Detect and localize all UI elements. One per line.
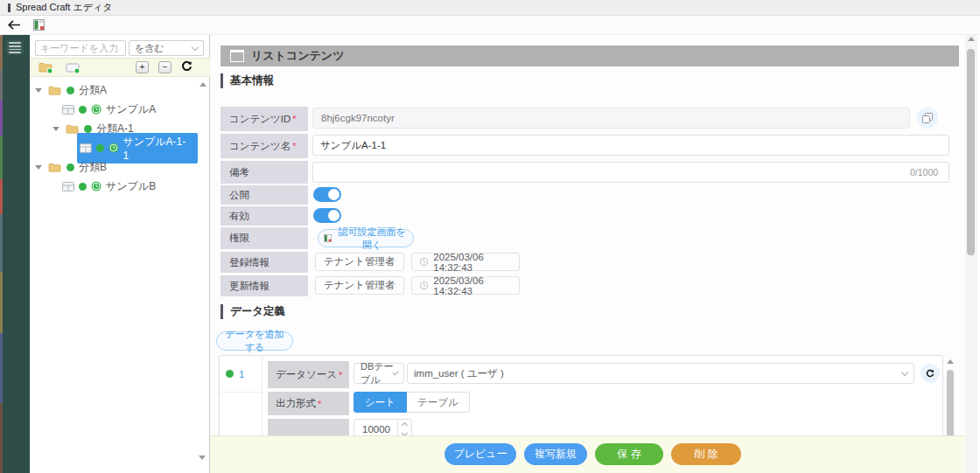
add-folder-button[interactable] xyxy=(38,61,53,73)
footer-buttons: プレビュー複写新規保 存削 除 xyxy=(444,443,741,465)
tree-panel: を含む + − xyxy=(30,35,210,473)
tree-toolbar: + − xyxy=(30,58,210,77)
output-format-segmented: シートテーブル xyxy=(354,392,470,413)
tree-item-label: サンプルA-1-1 xyxy=(122,135,190,162)
enabled-label: 有効 xyxy=(220,206,308,226)
content-name-label: コンテンツ名* xyxy=(220,134,308,158)
permission-label: 権限 xyxy=(220,227,308,249)
basic-section-title: 基本情報 xyxy=(230,73,274,88)
scroll-up-arrow[interactable] xyxy=(947,359,954,364)
folder-icon xyxy=(48,85,62,96)
required-mark: * xyxy=(292,141,296,151)
left-rail xyxy=(0,35,30,473)
status-dot-icon xyxy=(79,106,87,114)
scroll-up-arrow[interactable] xyxy=(968,37,975,41)
match-filter-select[interactable]: を含む xyxy=(129,40,204,56)
tree-item-label: サンプルA xyxy=(106,102,156,117)
titlebar: Spread Craft エディタ xyxy=(0,0,980,16)
refresh-tree-button[interactable] xyxy=(181,60,192,74)
basic-section-header: 基本情報 xyxy=(220,73,274,88)
preview-button[interactable]: プレビュー xyxy=(444,443,516,465)
refresh-icon xyxy=(926,368,934,379)
match-filter-value: を含む xyxy=(135,42,164,55)
required-mark: * xyxy=(318,399,321,409)
tree: 分類AサンプルA分類A-1サンプルA-1-1分類BサンプルB xyxy=(30,80,198,196)
output-format-sheet[interactable]: シート xyxy=(354,392,407,413)
updated-user: テナント管理者 xyxy=(315,276,404,295)
rail-color-strip xyxy=(0,35,3,473)
spreadsheet-app-icon[interactable] xyxy=(33,19,45,31)
scrollbar-thumb[interactable] xyxy=(967,49,975,255)
tree-scrollbar[interactable] xyxy=(198,80,207,465)
status-dot-icon xyxy=(79,183,87,191)
datasource-label: データソース* xyxy=(268,361,349,388)
required-mark: * xyxy=(339,370,342,380)
spreadsheet-app-icon xyxy=(324,233,332,243)
status-dot-icon xyxy=(96,144,104,152)
registered-datetime: 2025/03/06 14:32:43 xyxy=(411,253,520,271)
data-def-section-title: データ定義 xyxy=(230,304,285,319)
updated-info-label: 更新情報 xyxy=(220,275,308,296)
keyword-search-input[interactable] xyxy=(35,40,126,56)
scroll-down-arrow[interactable] xyxy=(199,456,206,460)
status-dot-icon xyxy=(66,163,74,171)
chevron-down-icon xyxy=(192,44,199,51)
page-header: リストコンテンツ xyxy=(220,45,959,66)
tree-item-1[interactable]: サンプルA xyxy=(30,100,198,119)
open-authorization-settings-button[interactable]: 認可設定画面を開く xyxy=(318,229,414,247)
delete-button[interactable]: 削 除 xyxy=(671,443,741,465)
caret-down-icon[interactable] xyxy=(35,165,42,170)
output-format-table[interactable]: テーブル xyxy=(407,392,470,413)
add-content-button[interactable] xyxy=(66,62,80,73)
datasource-type-select[interactable]: DBテーブル xyxy=(354,363,404,384)
collapse-all-button[interactable]: − xyxy=(158,61,172,73)
tree-item-label: サンプルB xyxy=(106,179,156,194)
content-id-value: 8hj6cgk97ncotyr xyxy=(312,108,910,129)
copy-icon xyxy=(922,113,933,123)
copy-new-button[interactable]: 複写新規 xyxy=(524,443,587,465)
copy-id-button[interactable] xyxy=(917,108,938,129)
tree-item-3[interactable]: サンプルA-1-1 xyxy=(30,138,198,157)
section-bar xyxy=(220,73,223,88)
clock-icon xyxy=(108,143,119,153)
scroll-up-arrow[interactable] xyxy=(200,82,206,87)
caret-down-icon[interactable] xyxy=(35,88,42,93)
save-button[interactable]: 保 存 xyxy=(595,443,663,465)
menu-toggle-button[interactable] xyxy=(6,40,24,55)
updated-datetime: 2025/03/06 14:32:43 xyxy=(411,276,520,295)
registered-user: テナント管理者 xyxy=(315,253,404,271)
page-header-title: リストコンテンツ xyxy=(251,48,344,64)
tree-item-0[interactable]: 分類A xyxy=(30,80,198,100)
status-dot-icon xyxy=(84,125,92,133)
table-icon xyxy=(62,182,74,191)
remarks-input[interactable] xyxy=(312,162,949,183)
status-dot-icon xyxy=(226,370,234,378)
back-button[interactable] xyxy=(8,20,21,30)
spread-craft-editor-window: Spread Craft エディタ を含む xyxy=(0,0,980,473)
row-index: 1 xyxy=(220,356,262,393)
spinner-up-button[interactable] xyxy=(398,420,411,429)
caret-down-icon[interactable] xyxy=(52,127,60,131)
back-arrow-icon xyxy=(8,20,21,30)
required-mark: * xyxy=(292,114,296,124)
reload-datasource-button[interactable] xyxy=(920,364,940,383)
window-title: Spread Craft エディタ xyxy=(16,1,112,14)
public-label: 公開 xyxy=(220,185,308,205)
public-toggle[interactable] xyxy=(313,187,341,202)
chevron-down-icon xyxy=(901,369,908,376)
add-data-button[interactable]: データを追加する xyxy=(216,331,293,351)
registered-info-label: 登録情報 xyxy=(220,252,308,273)
content-id-label: コンテンツID* xyxy=(220,107,308,131)
content-name-input[interactable] xyxy=(312,135,949,156)
status-dot-icon xyxy=(66,87,74,94)
expand-all-button[interactable]: + xyxy=(136,61,149,73)
enabled-toggle[interactable] xyxy=(313,208,341,223)
page-scrollbar[interactable] xyxy=(965,35,977,473)
tree-item-5[interactable]: サンプルB xyxy=(30,177,198,196)
main-panel: リストコンテンツ 基本情報 コンテンツID* 8hj6cgk97ncotyr コ… xyxy=(210,35,965,473)
clock-icon xyxy=(91,181,102,191)
table-icon xyxy=(62,105,74,115)
tree-item-label: 分類B xyxy=(79,160,107,175)
datasource-table-combo[interactable]: imm_user ( ユーザ ) xyxy=(407,363,914,384)
toolbar xyxy=(0,16,980,35)
